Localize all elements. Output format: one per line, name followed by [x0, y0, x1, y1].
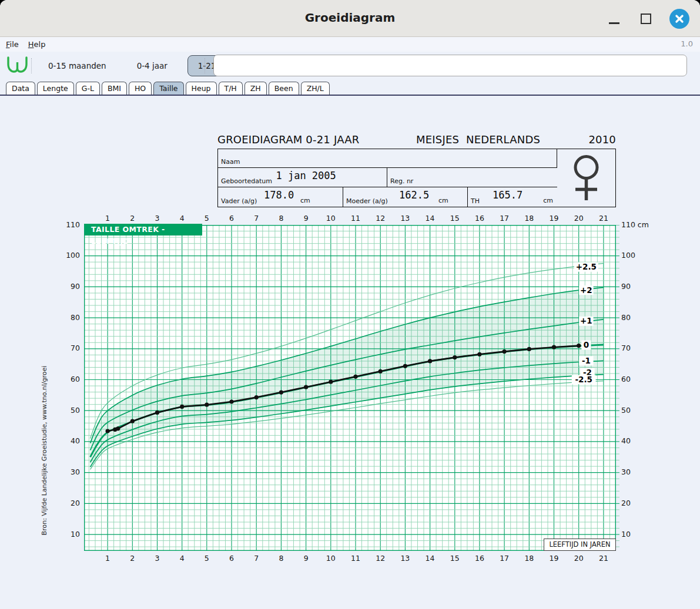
field-regnr: Reg. nr [387, 168, 557, 187]
x-axis-tick-bottom: 8 [272, 554, 290, 563]
y-axis-tick-right: 100 [621, 251, 657, 260]
vader-label: Vader (a/g) [221, 197, 257, 205]
x-axis-tick-top: 2 [123, 214, 141, 223]
tab-bar: DataLengteG-LBMIHOTailleHeupT/HZHBeenZH/… [0, 82, 700, 96]
vader-unit: cm [300, 197, 310, 204]
naam-label: Naam [221, 158, 240, 166]
tab-bmi[interactable]: BMI [102, 82, 127, 95]
chart-title: GROEIDIAGRAM 0-21 JAAR [217, 133, 359, 146]
x-axis-tick-top: 19 [545, 214, 563, 223]
tab-ho[interactable]: HO [129, 82, 152, 95]
x-axis-tick-bottom: 14 [421, 554, 439, 563]
window-title: Groeidiagram [0, 11, 700, 25]
tab-heup[interactable]: Heup [186, 82, 217, 95]
patient-search-input[interactable] [213, 55, 687, 76]
regnr-label: Reg. nr [390, 177, 413, 185]
chart-year: 2010 [584, 133, 616, 146]
tab-zh-l[interactable]: ZH/L [301, 82, 330, 95]
age-range-button-0-15-maanden[interactable]: 0-15 maanden [38, 55, 117, 76]
x-axis-tick-top: 11 [347, 214, 364, 223]
x-axis-tick-top: 21 [595, 214, 612, 223]
x-axis-tick-bottom: 18 [520, 554, 538, 563]
x-axis-tick-bottom: 20 [570, 554, 588, 563]
svg-text:+2.5: +2.5 [576, 262, 597, 271]
window-titlebar: Groeidiagram [0, 0, 700, 37]
x-axis-tick-bottom: 6 [223, 554, 240, 563]
menu-file[interactable]: File [6, 40, 19, 49]
svg-text:0: 0 [584, 340, 589, 349]
x-axis-tick-bottom: 13 [396, 554, 414, 563]
x-axis-tick-bottom: 15 [446, 554, 464, 563]
x-axis-tick-top: 1 [99, 214, 116, 223]
x-axis-tick-bottom: 21 [595, 554, 612, 563]
x-axis-tick-top: 18 [520, 214, 538, 223]
menu-bar: FileHelp 1.0 [0, 37, 700, 52]
moeder-unit: cm [438, 197, 448, 204]
x-axis-tick-top: 10 [322, 214, 340, 223]
tab-lengte[interactable]: Lengte [37, 82, 74, 95]
tab-been[interactable]: Been [269, 82, 299, 95]
x-axis-tick-top: 13 [396, 214, 414, 223]
y-axis-tick-left: 60 [52, 375, 80, 383]
y-axis-tick-left: 70 [52, 344, 80, 352]
tab-taille[interactable]: Taille [153, 82, 183, 95]
y-axis-tick-left: 90 [52, 282, 80, 291]
vader-value: 178.0 [264, 189, 294, 201]
svg-text:+2: +2 [580, 285, 592, 295]
toolbar: 0-15 maanden0-4 jaar1-21 jaar [0, 52, 700, 80]
x-axis-tick-top: 5 [198, 214, 216, 223]
y-axis-tick-right: 50 [621, 406, 657, 415]
moeder-value: 162.5 [399, 189, 429, 201]
x-axis-tick-top: 12 [371, 214, 389, 223]
x-axis-tick-bottom: 2 [123, 554, 141, 563]
x-axis-tick-bottom: 10 [322, 554, 340, 563]
y-axis-tick-right: 80 [621, 313, 657, 322]
patient-info-table: Naam Geboortedatum 1 jan 2005 Reg. nr Va… [217, 149, 616, 207]
x-axis-tick-bottom: 3 [148, 554, 166, 563]
x-axis-tick-bottom: 5 [198, 554, 216, 563]
tab-zh[interactable]: ZH [245, 82, 267, 95]
minimize-icon [609, 22, 619, 24]
y-axis-tick-left: 40 [52, 436, 80, 445]
menu-help[interactable]: Help [28, 40, 46, 49]
x-axis-tick-top: 8 [272, 214, 290, 223]
growth-chart: +2.5+2+10-1-2-2.5 [84, 225, 621, 551]
x-axis-tick-top: 7 [247, 214, 265, 223]
y-axis-tick-right: 10 [621, 530, 657, 539]
chart-subtitle-population: MEISJES NEDERLANDS [416, 133, 540, 146]
y-axis-tick-right: 70 [621, 344, 657, 352]
th-value: 165.7 [493, 189, 523, 201]
x-axis-tick-top: 3 [148, 214, 166, 223]
toolbar-separator [31, 58, 32, 73]
y-axis-tick-right: 30 [621, 467, 657, 476]
x-axis-tick-bottom: 11 [347, 554, 364, 563]
x-axis-tick-bottom: 1 [99, 554, 116, 563]
minimize-button[interactable] [607, 14, 621, 28]
age-range-button-0-4-jaar[interactable]: 0-4 jaar [126, 55, 178, 76]
y-axis-tick-left: 110 [52, 220, 80, 229]
th-label: TH [471, 197, 480, 205]
y-axis-tick-left: 100 [52, 251, 80, 260]
app-version: 1.0 [681, 39, 693, 48]
tab-t-h[interactable]: T/H [219, 82, 243, 95]
maximize-button[interactable] [641, 14, 651, 24]
app-window: Groeidiagram FileHelp 1.0 0-15 maanden0-… [0, 0, 700, 609]
tab-g-l[interactable]: G-L [76, 82, 100, 95]
y-axis-tick-left: 80 [52, 313, 80, 322]
th-unit: cm [543, 197, 553, 204]
tab-data[interactable]: Data [6, 82, 35, 95]
x-axis-tick-bottom: 12 [371, 554, 389, 563]
x-axis-tick-bottom: 7 [247, 554, 265, 563]
close-button[interactable] [669, 9, 689, 29]
groei-logo-icon [5, 56, 31, 76]
x-axis-tick-bottom: 16 [471, 554, 488, 563]
y-axis-tick-left: 10 [52, 530, 80, 539]
y-axis-tick-right: 110 cm [621, 220, 657, 229]
x-axis-tick-top: 14 [421, 214, 439, 223]
svg-text:+1: +1 [580, 316, 592, 325]
y-axis-tick-left: 30 [52, 467, 80, 476]
y-axis-tick-left: 50 [52, 406, 80, 415]
source-note: Bron: Vijfde Landelijke Groeistudie, www… [41, 345, 50, 556]
field-vader: Vader (a/g) 178.0 cm [218, 187, 343, 207]
x-axis-tick-top: 4 [173, 214, 191, 223]
